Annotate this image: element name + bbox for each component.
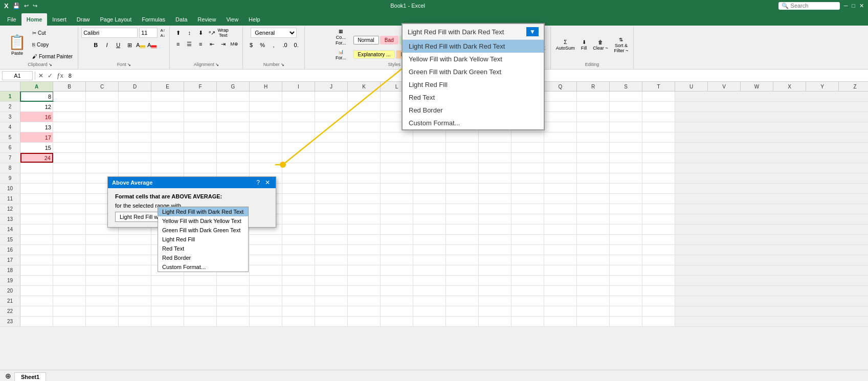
row-num-6[interactable]: 6 — [0, 143, 20, 152]
list-item[interactable] — [381, 173, 413, 183]
confirm-entry-icon[interactable]: ✓ — [47, 72, 54, 79]
cell-E1[interactable] — [151, 92, 184, 101]
cell-A6[interactable]: 15 — [20, 143, 53, 152]
list-item[interactable] — [348, 225, 381, 234]
list-item[interactable] — [348, 163, 381, 173]
col-header-X[interactable]: X — [773, 82, 806, 91]
list-item[interactable] — [610, 306, 642, 316]
list-item[interactable] — [577, 163, 610, 173]
list-item[interactable] — [642, 163, 675, 173]
list-item[interactable] — [610, 225, 642, 234]
cell-A2[interactable]: 12 — [20, 102, 53, 111]
list-item[interactable] — [381, 296, 413, 306]
cell-C3[interactable] — [86, 112, 119, 122]
list-item[interactable] — [250, 235, 282, 244]
list-item[interactable] — [446, 317, 479, 326]
list-item[interactable] — [20, 225, 53, 234]
list-item[interactable] — [53, 317, 86, 326]
list-item[interactable] — [381, 163, 413, 173]
align-bottom-button[interactable]: ⬇ — [195, 28, 206, 38]
row-num-12[interactable]: 12 — [0, 204, 20, 214]
list-item[interactable] — [544, 184, 577, 193]
cell-T6[interactable] — [642, 143, 675, 152]
list-item[interactable] — [610, 245, 642, 255]
cell-E6[interactable] — [151, 143, 184, 152]
list-item[interactable] — [282, 225, 315, 234]
list-item[interactable] — [119, 245, 151, 255]
list-item[interactable] — [381, 225, 413, 234]
list-item[interactable] — [53, 184, 86, 193]
list-item[interactable] — [348, 184, 381, 193]
list-item[interactable] — [315, 173, 348, 183]
list-item[interactable] — [479, 306, 511, 316]
list-item[interactable] — [184, 296, 217, 306]
align-top-button[interactable]: ⬆ — [173, 28, 183, 38]
list-item[interactable] — [610, 163, 642, 173]
list-item[interactable] — [151, 306, 184, 316]
list-item[interactable] — [511, 306, 544, 316]
list-item[interactable] — [250, 317, 282, 326]
list-item[interactable] — [348, 204, 381, 214]
list-item[interactable] — [20, 306, 53, 316]
align-left-button[interactable]: ≡ — [173, 39, 183, 49]
list-item[interactable] — [610, 317, 642, 326]
bold-button[interactable]: B — [91, 40, 101, 50]
list-item[interactable] — [315, 163, 348, 173]
fill-button[interactable]: ⬇ Fill — [579, 38, 589, 52]
list-item[interactable] — [642, 286, 675, 296]
cell-B4[interactable] — [53, 122, 86, 132]
decrease-font-size[interactable]: A↓ — [159, 33, 166, 38]
cell-E5[interactable] — [151, 132, 184, 142]
list-item[interactable] — [315, 317, 348, 326]
list-item[interactable] — [544, 317, 577, 326]
list-item[interactable] — [20, 184, 53, 193]
list-item[interactable] — [577, 173, 610, 183]
sheet-tab-add[interactable]: ⊕ — [2, 371, 14, 372]
list-item[interactable] — [577, 296, 610, 306]
quick-access-undo[interactable]: ↩ — [24, 3, 29, 9]
list-item[interactable] — [642, 296, 675, 306]
cell-G7[interactable] — [217, 153, 250, 163]
tab-file[interactable]: File — [2, 13, 21, 26]
list-item[interactable] — [20, 276, 53, 285]
list-item[interactable] — [642, 235, 675, 244]
cell-B3[interactable] — [53, 112, 86, 122]
cell-A4[interactable]: 13 — [20, 122, 53, 132]
cell-O5[interactable] — [479, 132, 511, 142]
list-item[interactable] — [642, 225, 675, 234]
col-header-G[interactable]: G — [217, 82, 250, 91]
list-item[interactable] — [577, 204, 610, 214]
list-item[interactable]: Green Fill with Dark Green Text — [158, 226, 248, 235]
list-item[interactable] — [151, 296, 184, 306]
list-item[interactable] — [250, 276, 282, 285]
cell-C2[interactable] — [86, 102, 119, 111]
cell-Q4[interactable] — [544, 122, 577, 132]
cell-H2[interactable] — [250, 102, 282, 111]
list-item[interactable] — [413, 204, 446, 214]
list-item[interactable] — [282, 235, 315, 244]
list-item[interactable] — [20, 163, 53, 173]
list-item[interactable] — [53, 276, 86, 285]
cancel-entry-icon[interactable]: ✕ — [37, 72, 44, 79]
cell-J5[interactable] — [315, 132, 348, 142]
list-item[interactable] — [511, 235, 544, 244]
cell-B2[interactable] — [53, 102, 86, 111]
list-item[interactable] — [315, 306, 348, 316]
list-item[interactable] — [348, 276, 381, 285]
cell-G4[interactable] — [217, 122, 250, 132]
cell-F2[interactable] — [184, 102, 217, 111]
list-item[interactable] — [20, 214, 53, 224]
list-item[interactable] — [250, 286, 282, 296]
row-num-10[interactable]: 10 — [0, 184, 20, 193]
cell-Q7[interactable] — [544, 153, 577, 163]
big-dropdown[interactable]: Light Red Fill with Dark Red Text ▼ Ligh… — [402, 23, 545, 130]
list-item[interactable] — [446, 235, 479, 244]
list-item[interactable] — [577, 286, 610, 296]
list-item[interactable] — [217, 317, 250, 326]
cell-K7[interactable] — [348, 153, 381, 163]
italic-button[interactable]: I — [102, 40, 112, 50]
paste-button[interactable]: 📋 Paste — [5, 28, 29, 62]
list-item[interactable] — [20, 204, 53, 214]
list-item[interactable] — [642, 265, 675, 275]
list-item[interactable] — [642, 173, 675, 183]
